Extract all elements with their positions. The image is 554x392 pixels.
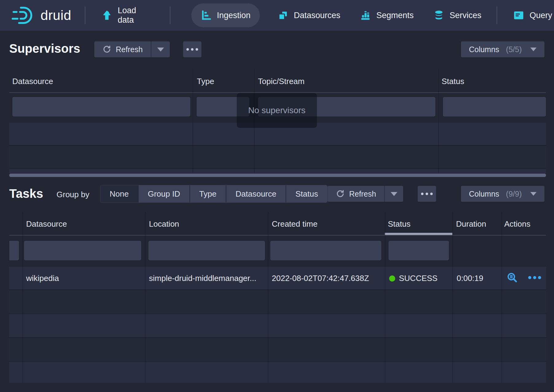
column-header-type[interactable]: Type: [197, 77, 214, 86]
druid-logo[interactable]: druid: [12, 6, 71, 25]
group-by-label: Group by: [57, 190, 89, 199]
columns-count: (9/9): [506, 190, 522, 198]
column-divider: [438, 69, 439, 173]
column-divider: [268, 212, 268, 383]
cell-datasource[interactable]: wikipedia: [26, 274, 59, 283]
more-icon: [421, 193, 433, 195]
services-icon: [433, 10, 444, 21]
tasks-refresh-menu-button[interactable]: [384, 186, 403, 202]
refresh-label: Refresh: [349, 190, 376, 198]
nav-item-label: Datasources: [294, 11, 341, 20]
nav-item-segments[interactable]: Segments: [358, 3, 415, 27]
tasks-location-filter-input[interactable]: [148, 241, 265, 260]
supervisors-title: Supervisors: [9, 42, 80, 56]
nav-divider: [85, 6, 85, 24]
columns-label: Columns: [469, 45, 499, 54]
group-by-status-button[interactable]: Status: [286, 185, 327, 202]
column-header-duration[interactable]: Duration: [456, 219, 486, 229]
supervisors-table-header: Datasource Type Topic/Stream Status: [9, 69, 546, 93]
columns-count: (5/5): [506, 45, 522, 54]
column-header-datasource[interactable]: Datasource: [12, 77, 53, 86]
tasks-table-header: Datasource Location Created time Status …: [9, 212, 546, 236]
tasks-table: Datasource Location Created time Status …: [9, 212, 546, 383]
column-divider: [22, 212, 23, 383]
nav-item-label: Query: [529, 11, 552, 20]
chevron-down-icon: [530, 192, 536, 196]
tasks-columns-button[interactable]: Columns (9/9): [461, 186, 544, 202]
nav-item-load-data[interactable]: Load data: [99, 3, 156, 27]
supervisors-refresh-menu-button[interactable]: [151, 41, 170, 57]
status-sort-indicator: [385, 233, 452, 235]
top-nav: druid Load data Ingestion Dataso: [0, 0, 554, 31]
group-by-datasource-button[interactable]: Datasource: [226, 185, 286, 202]
tasks-datasource-filter-input[interactable]: [24, 241, 141, 260]
nav-item-query[interactable]: Query: [511, 3, 554, 27]
nav-item-services[interactable]: Services: [431, 3, 483, 27]
success-status-dot-icon: [389, 275, 395, 282]
group-by-group-id-button[interactable]: Group ID: [138, 185, 189, 202]
more-icon: [186, 48, 198, 51]
logo-wordmark: druid: [41, 8, 71, 23]
column-header-status[interactable]: Status: [442, 77, 464, 86]
column-header-datasource[interactable]: Datasource: [26, 219, 67, 229]
status-text: SUCCESS: [399, 274, 438, 283]
nav-item-label: Segments: [376, 11, 414, 20]
refresh-icon: [102, 45, 111, 54]
supervisors-horizontal-scrollbar[interactable]: [9, 174, 546, 177]
datasources-icon: [278, 10, 289, 21]
more-actions-icon[interactable]: [528, 276, 541, 279]
nav-item-ingestion[interactable]: Ingestion: [191, 3, 260, 27]
tasks-refresh-button[interactable]: Refresh: [328, 186, 384, 202]
supervisors-status-filter-input[interactable]: [443, 97, 546, 117]
empty-row: [9, 145, 546, 168]
group-by-segmented-control: None Group ID Type Datasource Status: [100, 185, 327, 202]
supervisors-table: Datasource Type Topic/Stream Status No s…: [9, 69, 546, 173]
column-header-status[interactable]: Status: [388, 219, 411, 229]
ingestion-icon: [201, 10, 212, 21]
cell-actions: [507, 272, 541, 283]
refresh-label: Refresh: [116, 45, 143, 54]
nav-item-label: Ingestion: [217, 11, 251, 20]
refresh-icon: [336, 189, 345, 198]
column-divider: [145, 212, 146, 383]
cell-duration[interactable]: 0:00:19: [457, 274, 483, 283]
supervisors-more-button[interactable]: [183, 41, 201, 57]
tasks-title: Tasks: [9, 187, 43, 201]
column-divider: [385, 212, 385, 383]
nav-item-datasources[interactable]: Datasources: [276, 3, 342, 27]
chevron-down-icon: [157, 48, 164, 52]
group-by-none-button[interactable]: None: [100, 185, 138, 202]
supervisors-refresh-button[interactable]: Refresh: [94, 41, 151, 57]
columns-label: Columns: [469, 190, 499, 198]
empty-row: [9, 168, 546, 173]
druid-logo-icon: [12, 6, 36, 25]
column-divider: [193, 69, 193, 173]
chevron-down-icon: [530, 48, 536, 51]
query-icon: [513, 10, 524, 21]
chevron-down-icon: [391, 192, 397, 196]
no-supervisors-message: No supervisors: [237, 93, 317, 128]
cell-location[interactable]: simple-druid-middlemanager...: [149, 274, 264, 283]
load-data-icon: [101, 10, 112, 21]
empty-row: [9, 337, 546, 361]
nav-divider: [497, 6, 497, 24]
tasks-hidden-column-filter-input[interactable]: [9, 241, 19, 260]
group-by-type-button[interactable]: Type: [189, 185, 226, 202]
supervisors-columns-button[interactable]: Columns (5/5): [461, 41, 544, 57]
nav-item-label: Load data: [118, 6, 154, 25]
tasks-toolbar: Tasks Group by None Group ID Type Dataso…: [0, 177, 554, 212]
column-header-location[interactable]: Location: [149, 219, 179, 229]
column-header-actions[interactable]: Actions: [504, 219, 530, 229]
druid-console: druid Load data Ingestion Dataso: [0, 0, 554, 392]
column-header-created-time[interactable]: Created time: [272, 219, 318, 229]
tasks-more-button[interactable]: [418, 186, 436, 202]
tasks-created-time-filter-input[interactable]: [270, 241, 381, 260]
tasks-status-filter-input[interactable]: [388, 241, 449, 260]
supervisors-datasource-filter-input[interactable]: [12, 97, 190, 117]
column-header-topic-stream[interactable]: Topic/Stream: [258, 77, 305, 86]
nav-divider: [170, 6, 170, 24]
cell-created-time[interactable]: 2022-08-02T07:42:47.638Z: [272, 274, 369, 283]
cell-status[interactable]: SUCCESS: [389, 274, 438, 283]
inspect-logs-icon[interactable]: [507, 272, 518, 283]
tasks-refresh-split-button: Refresh: [328, 186, 403, 202]
